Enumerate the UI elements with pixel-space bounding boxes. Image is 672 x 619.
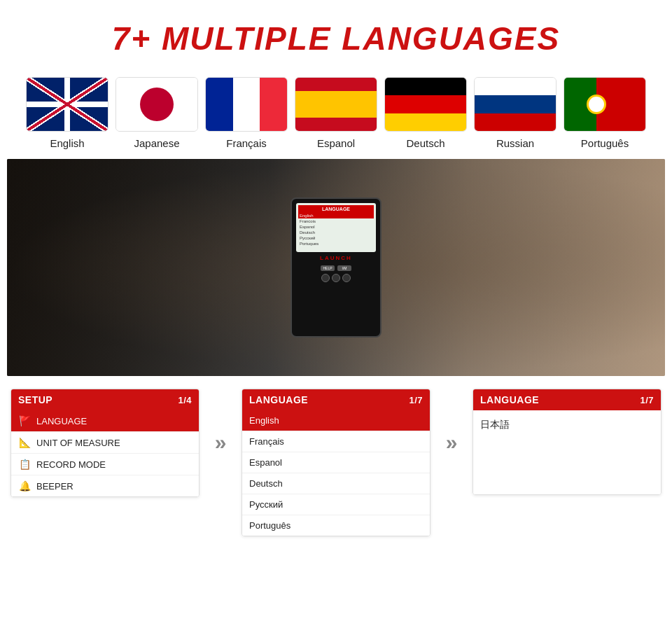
germany-flag-graphic — [385, 78, 466, 131]
flag-label-english: English — [50, 137, 84, 149]
flag-label-russian: Russian — [496, 137, 534, 149]
setup-row-beeper: 🔔 BEEPER — [11, 475, 199, 496]
language-icon: 🚩 — [18, 415, 31, 426]
flag-japanese — [115, 77, 198, 132]
japan-circle — [140, 88, 174, 121]
setup-panel-body: 🚩 LANGUAGE 📐 UNIT OF MEASURE 📋 RECORD MO… — [11, 410, 199, 496]
arrow-2: » — [430, 389, 472, 454]
device-brand: LAUNCH — [320, 255, 352, 261]
flag-item-japanese: Japanese — [115, 77, 199, 149]
flags-row: English Japanese Français Espano — [0, 70, 672, 159]
setup-language-label: LANGUAGE — [36, 416, 87, 426]
device-image: LANGUAGE English Francois Espanol Deutsc… — [290, 197, 382, 338]
portugal-red — [596, 78, 645, 131]
panels-row: SETUP 1/4 🚩 LANGUAGE 📐 UNIT OF MEASURE 📋… — [0, 376, 672, 543]
lang-row-portuguese: Português — [242, 515, 430, 536]
language-result-header: LANGUAGE 1/7 — [473, 389, 661, 410]
spain-red1 — [295, 78, 377, 91]
spain-flag-graphic — [295, 78, 377, 131]
spain-red2 — [295, 118, 377, 131]
uk-flag-graphic — [27, 78, 108, 131]
lang-row-russian: Русский — [242, 494, 430, 515]
language-result-title: LANGUAGE — [480, 394, 539, 405]
setup-row-record: 📋 RECORD MODE — [11, 454, 199, 475]
france-flag-graphic — [206, 78, 287, 131]
lang-portuguese: Português — [249, 520, 290, 531]
lang-row-spanish: Espanol — [242, 452, 430, 473]
setup-panel: SETUP 1/4 🚩 LANGUAGE 📐 UNIT OF MEASURE 📋… — [10, 389, 200, 497]
setup-beeper-label: BEEPER — [36, 481, 74, 492]
flag-german — [384, 77, 467, 132]
title-section: 7+ MULTIPLE LANGUAGES — [0, 0, 672, 70]
language-result-panel: LANGUAGE 1/7 日本語 — [472, 389, 662, 495]
japan-flag-graphic — [116, 78, 197, 131]
flag-label-japanese: Japanese — [134, 137, 179, 149]
flag-label-portuguese: Português — [581, 137, 629, 149]
flag-spanish — [295, 77, 377, 132]
flag-item-spanish: Espanol — [294, 77, 378, 149]
flag-item-portuguese: Português — [563, 77, 647, 149]
lang-english: English — [249, 415, 279, 426]
lang-row-french: Français — [242, 431, 430, 452]
spain-yellow — [295, 91, 377, 118]
device-screen: LANGUAGE English Francois Espanol Deutsc… — [296, 203, 376, 252]
france-blue — [206, 78, 233, 131]
flag-item-french: Français — [204, 77, 288, 149]
lang-russian: Русский — [249, 499, 283, 510]
language-panel: LANGUAGE 1/7 English Français Espanol De… — [241, 389, 430, 536]
setup-header-title: SETUP — [18, 394, 52, 405]
flag-label-spanish: Espanol — [317, 137, 355, 149]
language-result-body: 日本語 — [473, 410, 661, 494]
language-panel-body: English Français Espanol Deutsch Русский… — [242, 410, 430, 536]
beeper-icon: 🔔 — [18, 480, 31, 492]
germany-gold — [385, 113, 466, 131]
russia-flag-graphic — [475, 78, 556, 131]
language-panel-header: LANGUAGE 1/7 — [242, 389, 430, 410]
flag-portuguese — [564, 77, 646, 132]
setup-row-unit: 📐 UNIT OF MEASURE — [11, 432, 199, 454]
language-header-page: 1/7 — [409, 395, 423, 405]
france-white — [233, 78, 260, 131]
lang-row-german: Deutsch — [242, 473, 430, 494]
lang-row-english: English — [242, 410, 430, 431]
flag-french — [205, 77, 288, 132]
germany-black — [385, 78, 466, 95]
russia-blue — [475, 95, 556, 113]
lang-spanish: Espanol — [249, 457, 282, 468]
setup-header-page: 1/4 — [178, 395, 192, 405]
lang-german: Deutsch — [249, 478, 283, 489]
setup-unit-label: UNIT OF MEASURE — [36, 438, 120, 448]
flag-item-german: Deutsch — [384, 77, 468, 149]
japanese-text: 日本語 — [480, 416, 654, 434]
flag-english — [26, 77, 108, 132]
arrow-symbol-1: » — [215, 431, 227, 454]
setup-record-label: RECORD MODE — [36, 459, 106, 470]
portugal-flag-graphic — [564, 78, 645, 131]
device-photo: LANGUAGE English Francois Espanol Deutsc… — [7, 159, 665, 376]
france-red — [260, 78, 287, 131]
flag-label-german: Deutsch — [406, 137, 444, 149]
flag-item-russian: Russian — [473, 77, 557, 149]
flag-label-french: Français — [226, 137, 267, 149]
setup-row-language: 🚩 LANGUAGE — [11, 410, 199, 432]
flag-item-english: English — [25, 77, 109, 149]
unit-icon: 📐 — [18, 437, 31, 448]
russia-red — [475, 113, 556, 131]
setup-panel-header: SETUP 1/4 — [11, 389, 199, 410]
portugal-emblem — [587, 95, 606, 114]
record-icon: 📋 — [18, 459, 31, 470]
germany-red — [385, 95, 466, 113]
language-header-title: LANGUAGE — [249, 394, 308, 405]
language-result-page: 1/7 — [640, 395, 654, 405]
flag-russian — [474, 77, 556, 132]
lang-french: Français — [249, 436, 284, 447]
arrow-1: » — [200, 389, 241, 454]
main-title: 7+ MULTIPLE LANGUAGES — [14, 20, 658, 57]
arrow-symbol-2: » — [446, 431, 458, 454]
russia-white — [475, 78, 556, 95]
